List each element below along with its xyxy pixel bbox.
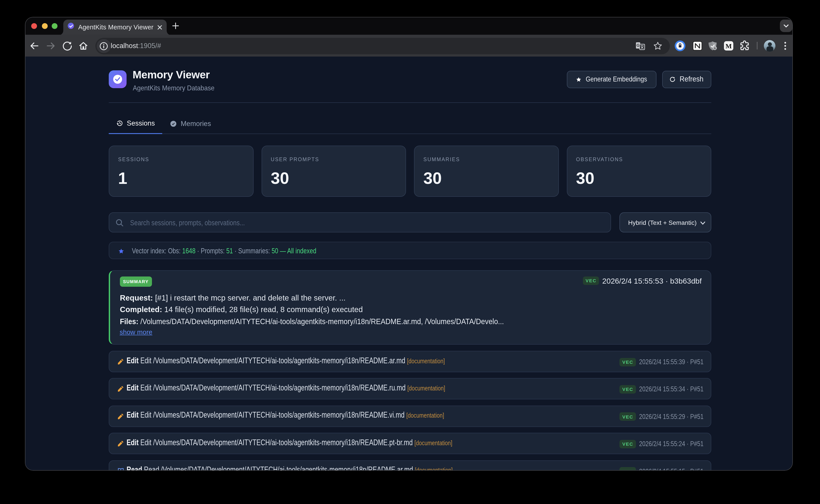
svg-text:A: A: [714, 46, 716, 50]
svg-text:G: G: [637, 43, 640, 47]
svg-text:M: M: [726, 42, 732, 49]
